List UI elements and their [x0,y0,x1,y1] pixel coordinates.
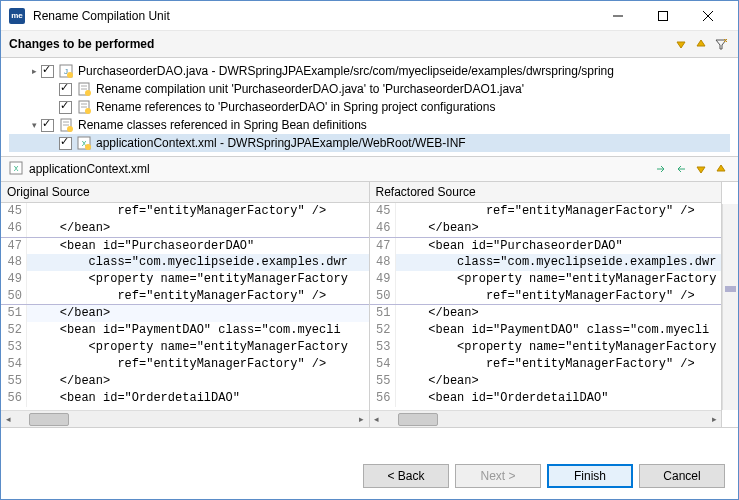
line-number: 49 [1,271,27,288]
line-number: 50 [370,288,396,304]
expander-icon[interactable]: ▾ [27,118,41,132]
code-line[interactable]: 54 ref="entityManagerFactory" /> [370,356,722,373]
java-icon: J [58,63,74,79]
filter-button[interactable] [712,35,730,53]
finish-button[interactable]: Finish [547,464,633,488]
copy-right-to-left-button[interactable] [672,160,690,178]
maximize-button[interactable] [640,1,685,31]
code-line[interactable]: 45 ref="entityManagerFactory" /> [370,203,722,220]
expander-icon[interactable] [45,136,59,150]
checkbox[interactable] [59,83,72,96]
code-line[interactable]: 48 class="com.myeclipseide.examples.dwr [370,254,722,271]
code-line[interactable]: 46 </bean> [1,220,369,237]
line-number: 54 [370,356,396,373]
line-number: 51 [1,305,27,322]
right-scrollbar[interactable]: ◂▸ [370,410,722,427]
svg-point-10 [85,90,91,96]
code-line[interactable]: 46 </bean> [370,220,722,237]
code-line[interactable]: 45 ref="entityManagerFactory" /> [1,203,369,220]
changes-tree[interactable]: ▸JPurchaseorderDAO.java - DWRSpringJPAEx… [1,58,738,157]
tree-row[interactable]: Rename compilation unit 'PurchaseorderDA… [9,80,730,98]
minimize-button[interactable] [595,1,640,31]
tree-row[interactable]: ▸JPurchaseorderDAO.java - DWRSpringJPAEx… [9,62,730,80]
code-line[interactable]: 49 <property name="entityManagerFactory [370,271,722,288]
checkbox[interactable] [41,65,54,78]
left-code[interactable]: 45 ref="entityManagerFactory" />46 </bea… [1,203,369,410]
close-button[interactable] [685,1,730,31]
code-line[interactable]: 52 <bean id="PaymentDAO" class="com.myec… [1,322,369,339]
line-number: 46 [370,220,396,237]
tree-item-label: Rename classes referenced in Spring Bean… [78,118,367,132]
compare-view: Original Source 45 ref="entityManagerFac… [1,182,738,428]
code-text: </bean> [27,220,110,237]
code-line[interactable]: 56 <bean id="OrderdetailDAO" [370,390,722,407]
code-line[interactable]: 49 <property name="entityManagerFactory [1,271,369,288]
xml-file-icon: X [9,161,25,177]
code-line[interactable]: 54 ref="entityManagerFactory" /> [1,356,369,373]
code-line[interactable]: 51 </bean> [1,305,369,322]
line-number: 53 [1,339,27,356]
line-number: 54 [1,356,27,373]
tree-row[interactable]: XapplicationContext.xml - DWRSpringJPAEx… [9,134,730,152]
svg-rect-1 [658,11,667,20]
line-number: 55 [1,373,27,390]
code-text: <bean id="OrderdetailDAO" [27,390,240,407]
cancel-button[interactable]: Cancel [639,464,725,488]
prev-change-button[interactable] [692,35,710,53]
code-line[interactable]: 47 <bean id="PurchaseorderDAO" [1,237,369,254]
code-text: ref="entityManagerFactory" /> [27,203,326,220]
next-change-button[interactable] [672,35,690,53]
line-number: 55 [370,373,396,390]
line-number: 51 [370,305,396,322]
code-text: </bean> [27,373,110,390]
wizard-buttons: < Back Next > Finish Cancel [363,464,725,488]
code-text: ref="entityManagerFactory" /> [396,356,695,373]
expander-icon[interactable] [45,82,59,96]
back-button[interactable]: < Back [363,464,449,488]
code-text: <bean id="PaymentDAO" class="com.myecli [396,322,710,339]
line-number: 48 [370,254,396,271]
code-text: </bean> [396,305,479,322]
copy-left-to-right-button[interactable] [652,160,670,178]
right-code[interactable]: 45 ref="entityManagerFactory" />46 </bea… [370,203,722,410]
code-text: <bean id="OrderdetailDAO" [396,390,609,407]
tree-item-label: Rename references to 'PurchaseorderDAO' … [96,100,495,114]
expander-icon[interactable] [45,100,59,114]
line-number: 49 [370,271,396,288]
code-line[interactable]: 47 <bean id="PurchaseorderDAO" [370,237,722,254]
tree-row[interactable]: Rename references to 'PurchaseorderDAO' … [9,98,730,116]
code-line[interactable]: 53 <property name="entityManagerFactory [370,339,722,356]
checkbox[interactable] [41,119,54,132]
code-line[interactable]: 55 </bean> [1,373,369,390]
right-pane: Refactored Source 45 ref="entityManagerF… [370,182,723,427]
code-text: class="com.myeclipseide.examples.dwr [396,254,717,271]
left-scrollbar[interactable]: ◂▸ [1,410,369,427]
next-button: Next > [455,464,541,488]
code-line[interactable]: 51 </bean> [370,305,722,322]
line-number: 52 [370,322,396,339]
code-line[interactable]: 55 </bean> [370,373,722,390]
svg-point-18 [67,126,73,132]
code-line[interactable]: 50 ref="entityManagerFactory" /> [1,288,369,305]
overview-ruler[interactable] [722,204,738,410]
changes-header-label: Changes to be performed [9,37,670,51]
code-text: <bean id="PaymentDAO" class="com.myecli [27,322,341,339]
right-pane-title: Refactored Source [370,182,722,203]
left-pane: Original Source 45 ref="entityManagerFac… [1,182,370,427]
tree-row[interactable]: ▾Rename classes referenced in Spring Bea… [9,116,730,134]
line-number: 50 [1,288,27,304]
code-line[interactable]: 56 <bean id="OrderdetailDAO" [1,390,369,407]
expander-icon[interactable]: ▸ [27,64,41,78]
app-icon: me [9,8,25,24]
checkbox[interactable] [59,101,72,114]
code-line[interactable]: 50 ref="entityManagerFactory" /> [370,288,722,305]
prev-diff-button[interactable] [712,160,730,178]
code-line[interactable]: 52 <bean id="PaymentDAO" class="com.myec… [370,322,722,339]
code-line[interactable]: 53 <property name="entityManagerFactory [1,339,369,356]
code-line[interactable]: 48 class="com.myeclipseide.examples.dwr [1,254,369,271]
checkbox[interactable] [59,137,72,150]
next-diff-button[interactable] [692,160,710,178]
line-number: 52 [1,322,27,339]
code-text: <property name="entityManagerFactory [396,339,717,356]
svg-point-21 [85,144,91,150]
